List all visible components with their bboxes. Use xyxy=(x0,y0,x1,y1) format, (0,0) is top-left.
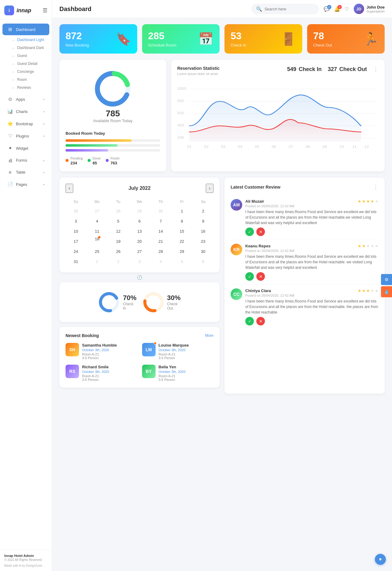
sidebar-item-widget[interactable]: ✦ Widget xyxy=(2,142,49,154)
reject-button[interactable]: ✕ xyxy=(256,317,265,325)
dashboard-icon: ⊞ xyxy=(7,27,13,32)
cal-day[interactable]: 16 xyxy=(193,227,213,236)
favorites-button[interactable]: ♡ xyxy=(345,6,349,12)
cal-day[interactable]: 29 xyxy=(172,247,192,256)
cal-day[interactable]: 9 xyxy=(193,216,213,226)
pages-icon: 📄 xyxy=(7,182,13,187)
cal-day[interactable]: 8 xyxy=(172,216,192,226)
approve-button[interactable]: ✓ xyxy=(245,227,254,236)
approve-button[interactable]: ✓ xyxy=(245,317,254,325)
review-date: Posted on 26/04/2020, 12:42 AM xyxy=(245,249,294,253)
review-text: I have been there many times.Rooms Food … xyxy=(245,254,379,270)
approve-button[interactable]: ✓ xyxy=(245,272,254,281)
cal-day[interactable]: 11 xyxy=(87,227,107,236)
chart-header: Reservation Statistic Lorem ipsum dolor … xyxy=(177,66,379,76)
cal-day[interactable]: 18 xyxy=(87,237,107,246)
scroll-down-button[interactable]: ▼ xyxy=(375,554,386,565)
cal-day[interactable]: 3 xyxy=(129,257,150,266)
search-input[interactable] xyxy=(265,7,311,11)
cal-day[interactable]: 2 xyxy=(193,206,213,216)
reviews-more-button[interactable]: ⋮ xyxy=(373,184,379,190)
booking-name: Bella Yen xyxy=(159,365,186,369)
cal-day[interactable]: 23 xyxy=(193,237,213,246)
cal-day[interactable]: 21 xyxy=(150,237,171,246)
more-options-button[interactable]: ⋮ xyxy=(373,66,379,73)
cal-day[interactable]: 31 xyxy=(66,257,86,266)
cal-day[interactable]: 19 xyxy=(108,237,129,246)
cal-day[interactable]: 17 xyxy=(66,237,86,246)
booking-avatar-wrap: SH xyxy=(66,343,79,356)
sidebar-item-table[interactable]: ≡ Table › xyxy=(2,167,49,178)
checkout-icon: 🏃 xyxy=(363,32,379,46)
cal-day[interactable]: 25 xyxy=(87,247,107,256)
cal-day[interactable]: 29 xyxy=(129,206,150,216)
sidebar-item-pages[interactable]: 📄 Pages › xyxy=(2,178,49,190)
cal-day[interactable]: 14 xyxy=(150,227,171,236)
settings-button[interactable]: ⚙ xyxy=(381,274,392,285)
hamburger-icon[interactable]: ☰ xyxy=(43,7,47,14)
cal-day[interactable]: 4 xyxy=(87,216,107,226)
calendar-card: ‹ July 2022 › Su Mo Tu We Th Fr Sa xyxy=(59,178,220,272)
sidebar-sub-guest[interactable]: Guest xyxy=(9,52,47,60)
booked-section: Booked Room Today Pendin xyxy=(66,131,160,165)
bookmark-icon: 🔖 xyxy=(116,32,131,46)
cal-day[interactable]: 10 xyxy=(66,227,86,236)
drop-button[interactable]: 💧 xyxy=(381,286,392,297)
cal-day[interactable]: 27 xyxy=(129,247,150,256)
cal-day[interactable]: 13 xyxy=(129,227,150,236)
sidebar-item-bootstrap[interactable]: ⭐ Bootstrap › xyxy=(2,118,49,130)
sidebar-item-forms[interactable]: 🖨 Forms › xyxy=(2,155,49,166)
sidebar-item-charts[interactable]: 📊 Charts › xyxy=(2,106,49,117)
cal-day[interactable]: 1 xyxy=(87,257,107,266)
sidebar-sub-reviews[interactable]: Reviews xyxy=(9,84,47,92)
cal-day[interactable]: 1 xyxy=(172,206,192,216)
cal-day[interactable]: 30 xyxy=(193,247,213,256)
review-avatar: CC xyxy=(231,288,242,300)
notifications-button[interactable]: 🔔 1 xyxy=(334,6,340,12)
calendar-next-button[interactable]: › xyxy=(206,184,213,193)
sidebar-sub-dashboard-dark[interactable]: Dashboard Dark xyxy=(9,44,47,52)
sidebar-sub-dashboard-light[interactable]: Dashboard Light xyxy=(9,36,47,44)
cal-day[interactable]: 4 xyxy=(150,257,171,266)
cal-day[interactable]: 28 xyxy=(108,206,129,216)
cal-day[interactable]: 27 xyxy=(87,206,107,216)
svg-text:200: 200 xyxy=(177,136,184,139)
messages-button[interactable]: 💬 2 xyxy=(324,6,330,12)
sidebar-item-plugins[interactable]: ♡ Plugins › xyxy=(2,130,49,142)
cal-day[interactable]: 2 xyxy=(108,257,129,266)
reject-button[interactable]: ✕ xyxy=(256,227,265,236)
cal-day[interactable]: 26 xyxy=(108,247,129,256)
reject-button[interactable]: ✕ xyxy=(256,272,265,281)
booking-item: SH Samantha Humble October 3th, 2020 Roo… xyxy=(66,343,137,360)
calendar-prev-button[interactable]: ‹ xyxy=(66,184,73,193)
cal-day[interactable]: 28 xyxy=(150,247,171,256)
donut-section: 785 Available Room Today xyxy=(66,66,160,126)
legend-label-done: Done xyxy=(92,156,100,160)
checkin-pct-text: 70% CheckIn xyxy=(123,294,136,310)
cal-day[interactable]: 3 xyxy=(66,216,86,226)
cal-day[interactable]: 7 xyxy=(150,216,171,226)
legend-done: Done 65 xyxy=(88,155,100,165)
cal-day[interactable]: 5 xyxy=(172,257,192,266)
sidebar-sub-concierge[interactable]: Concierge xyxy=(9,68,47,76)
cal-day[interactable]: 6 xyxy=(129,216,150,226)
review-text: I have been there many times.Rooms Food … xyxy=(245,299,379,315)
sidebar-item-dashboard[interactable]: ⊞ Dashboard xyxy=(2,24,49,35)
newest-more-button[interactable]: More xyxy=(205,333,213,338)
header-icons: 💬 2 🔔 1 ♡ xyxy=(324,6,349,12)
cal-day[interactable]: 26 xyxy=(66,206,86,216)
checkout-pct: 30% xyxy=(167,294,181,302)
cal-day[interactable]: 6 xyxy=(193,257,213,266)
cal-day[interactable]: 24 xyxy=(66,247,86,256)
cal-day[interactable]: 20 xyxy=(129,237,150,246)
sidebar-sub-room[interactable]: Room xyxy=(9,76,47,84)
cal-day[interactable]: 15 xyxy=(172,227,192,236)
chevron-down-icon: › xyxy=(43,171,44,174)
cal-day[interactable]: 5 xyxy=(108,216,129,226)
cal-day[interactable]: 22 xyxy=(172,237,192,246)
sidebar-item-apps[interactable]: ⊙ Apps › xyxy=(2,93,49,105)
cal-day[interactable]: 30 xyxy=(150,206,171,216)
cal-day[interactable]: 12 xyxy=(108,227,129,236)
booking-persons: 3-5 Person xyxy=(82,378,109,381)
sidebar-sub-guest-detail[interactable]: Guest Detail xyxy=(9,60,47,68)
